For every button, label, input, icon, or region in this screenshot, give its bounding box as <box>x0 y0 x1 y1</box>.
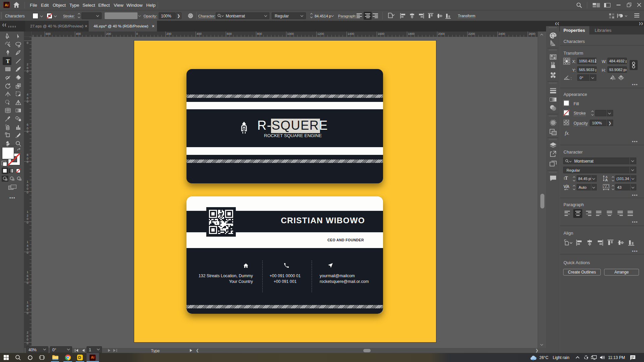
svg-text:A: A <box>606 184 609 188</box>
svg-text:A: A <box>605 178 608 182</box>
svg-text:T: T <box>6 58 10 64</box>
svg-text:V: V <box>564 184 566 189</box>
svg-text:A: A <box>567 184 570 189</box>
svg-text:V: V <box>603 184 606 188</box>
